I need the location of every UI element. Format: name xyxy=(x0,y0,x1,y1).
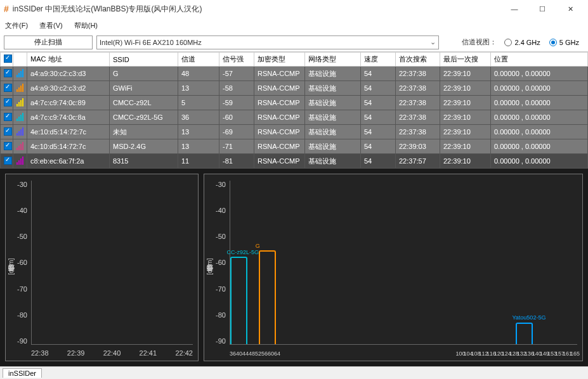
col-mac[interactable]: MAC 地址 xyxy=(27,53,110,67)
titlebar: # inSSIDer 中国无线论坛(WlanBBS)专用版(风中闲人汉化) — … xyxy=(0,0,588,18)
col-last[interactable]: 最后一次搜 xyxy=(440,53,491,67)
row-checkbox[interactable] xyxy=(1,125,13,139)
cell-type: 基础设施 xyxy=(305,154,361,169)
row-checkbox[interactable] xyxy=(1,81,13,96)
cell-loc: 0.00000 , 0.00000 xyxy=(491,81,588,96)
cell-type: 基础设施 xyxy=(305,81,361,96)
cell-type: 基础设施 xyxy=(305,96,361,110)
cell-first: 22:37:38 xyxy=(396,125,440,139)
radio-label-5: 5 GHz xyxy=(559,39,579,46)
col-first[interactable]: 首次搜索 xyxy=(396,53,440,67)
col-ssid[interactable]: SSID xyxy=(110,53,178,67)
row-checkbox[interactable] xyxy=(1,139,13,154)
row-checkbox[interactable] xyxy=(1,67,13,81)
radio-2-4ghz[interactable]: 2.4 GHz xyxy=(504,39,540,46)
signal-icon xyxy=(13,81,27,96)
cell-rssi: -81 xyxy=(219,154,254,169)
menu-file[interactable]: 文件(F) xyxy=(5,21,28,30)
table-header-row: MAC 地址 SSID 信道 信号强 加密类型 网络类型 速度 首次搜索 最后一… xyxy=(1,53,588,67)
cell-enc: RSNA-CCMP xyxy=(254,139,305,154)
cell-rate: 54 xyxy=(361,110,396,125)
cell-ssid: GWiFi xyxy=(110,81,178,96)
cell-ssid: CMCC-z92L-5G xyxy=(110,110,178,125)
cell-enc: RSNA-CCMP xyxy=(254,125,305,139)
cell-type: 基础设施 xyxy=(305,110,361,125)
cell-rssi: -60 xyxy=(219,110,254,125)
cell-channel: 48 xyxy=(178,67,219,81)
header-checkbox[interactable] xyxy=(1,53,13,67)
cell-last: 22:39:10 xyxy=(440,67,491,81)
cell-loc: 0.00000 , 0.00000 xyxy=(491,139,588,154)
cell-channel: 13 xyxy=(178,125,219,139)
cell-channel: 11 xyxy=(178,154,219,169)
menu-view[interactable]: 查看(V) xyxy=(39,21,63,30)
time-chart[interactable]: 信号强度 [dBm] -30-40-50-60-70-80-90 22:3822… xyxy=(5,174,199,361)
cell-mac: a4:a9:30:c2:c3:d3 xyxy=(27,67,110,81)
adapter-value: Intel(R) Wi-Fi 6E AX210 160MHz xyxy=(100,39,202,46)
cell-first: 22:37:38 xyxy=(396,81,440,96)
table-row[interactable]: a4:7c:c9:74:0c:89 CMCC-z92L 5 -59 RSNA-C… xyxy=(1,96,588,110)
channel-chart[interactable]: 信号强度 [dBm] -30-40-50-60-70-80-90 CC-z92L… xyxy=(204,174,583,361)
row-checkbox[interactable] xyxy=(1,96,13,110)
cell-type: 基础设施 xyxy=(305,125,361,139)
channel-bar xyxy=(259,250,276,344)
col-channel[interactable]: 信道 xyxy=(178,53,219,67)
x-ticks: 22:3822:3922:4022:4122:42 xyxy=(31,349,193,357)
checkbox-icon xyxy=(4,98,12,106)
cell-channel: 36 xyxy=(178,110,219,125)
cell-ssid: CMCC-z92L xyxy=(110,96,178,110)
checkbox-icon xyxy=(4,69,12,77)
col-loc[interactable]: 位置 xyxy=(491,53,588,67)
cell-loc: 0.00000 , 0.00000 xyxy=(491,154,588,169)
table-row[interactable]: c8:eb:ec:6a:7f:2a 8315 11 -81 RSNA-CCMP … xyxy=(1,154,588,169)
checkbox-icon xyxy=(4,157,12,165)
table-row[interactable]: 4e:10:d5:14:72:7c 未知 13 -69 RSNA-CCMP 基础… xyxy=(1,125,588,139)
radio-dot-icon xyxy=(504,39,512,46)
header-signal[interactable] xyxy=(13,53,27,67)
col-rssi[interactable]: 信号强 xyxy=(219,53,254,67)
menu-help[interactable]: 帮助(H) xyxy=(74,21,98,30)
row-checkbox[interactable] xyxy=(1,110,13,125)
checkbox-icon xyxy=(4,142,12,150)
signal-icon xyxy=(13,110,27,125)
cell-ssid: MSD-2.4G xyxy=(110,139,178,154)
cell-rate: 54 xyxy=(361,81,396,96)
cell-enc: RSNA-CCMP xyxy=(254,96,305,110)
close-button[interactable]: ✕ xyxy=(556,0,584,18)
channel-view-label: 信道视图： xyxy=(462,37,497,47)
table-row[interactable]: a4:7c:c9:74:0c:8a CMCC-z92L-5G 36 -60 RS… xyxy=(1,110,588,125)
checkbox-icon xyxy=(4,55,12,63)
row-checkbox[interactable] xyxy=(1,154,13,169)
cell-type: 基础设施 xyxy=(305,67,361,81)
radio-5ghz[interactable]: 5 GHz xyxy=(549,39,579,46)
plot-area xyxy=(31,181,193,345)
status-tab[interactable]: inSSIDer xyxy=(3,368,42,378)
adapter-select[interactable]: Intel(R) Wi-Fi 6E AX210 160MHz ⌄ xyxy=(96,35,439,49)
cell-last: 22:39:10 xyxy=(440,81,491,96)
cell-ssid: 8315 xyxy=(110,154,178,169)
cell-last: 22:39:10 xyxy=(440,139,491,154)
cell-ssid: 未知 xyxy=(110,125,178,139)
app-icon: # xyxy=(4,4,9,14)
toolbar: 停止扫描 Intel(R) Wi-Fi 6E AX210 160MHz ⌄ 信道… xyxy=(0,33,588,52)
cell-first: 22:37:38 xyxy=(396,96,440,110)
col-enc[interactable]: 加密类型 xyxy=(254,53,305,67)
col-rate[interactable]: 速度 xyxy=(361,53,396,67)
table-row[interactable]: a4:a9:30:c2:c3:d2 GWiFi 13 -58 RSNA-CCMP… xyxy=(1,81,588,96)
cell-type: 基础设施 xyxy=(305,139,361,154)
radio-dot-icon xyxy=(549,39,557,46)
cell-mac: a4:a9:30:c2:c3:d2 xyxy=(27,81,110,96)
cell-mac: 4c:10:d5:14:72:7c xyxy=(27,139,110,154)
checkbox-icon xyxy=(4,84,12,92)
maximize-button[interactable]: ☐ xyxy=(528,0,556,18)
table-row[interactable]: a4:a9:30:c2:c3:d3 G 48 -57 RSNA-CCMP 基础设… xyxy=(1,67,588,81)
cell-ssid: G xyxy=(110,67,178,81)
cell-mac: 4e:10:d5:14:72:7c xyxy=(27,125,110,139)
y-ticks: -30-40-50-60-70-80-90 xyxy=(207,181,226,345)
stop-scan-button[interactable]: 停止扫描 xyxy=(4,35,93,49)
minimize-button[interactable]: — xyxy=(500,0,528,18)
col-type[interactable]: 网络类型 xyxy=(305,53,361,67)
table-row[interactable]: 4c:10:d5:14:72:7c MSD-2.4G 13 -71 RSNA-C… xyxy=(1,139,588,154)
menubar: 文件(F) 查看(V) 帮助(H) xyxy=(0,18,588,33)
cell-channel: 13 xyxy=(178,139,219,154)
